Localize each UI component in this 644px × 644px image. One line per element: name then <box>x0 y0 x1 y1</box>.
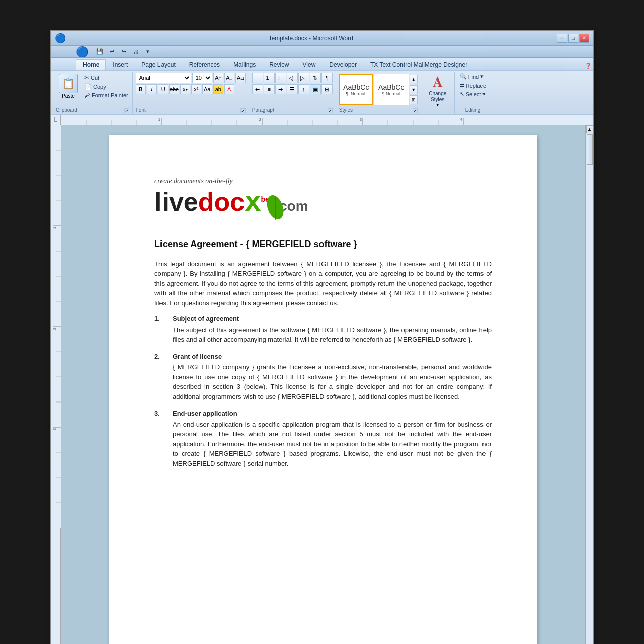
decrease-indent-button[interactable]: ◁≡ <box>287 73 298 83</box>
word-logo: 🔵 <box>76 46 89 58</box>
font-color-button[interactable]: A <box>224 84 234 94</box>
styles-more-button[interactable]: ⊞ <box>410 95 418 104</box>
align-right-button[interactable]: ➡ <box>275 84 286 94</box>
undo-quick-button[interactable]: ↩ <box>107 47 117 56</box>
print-quick-button[interactable]: 🖨 <box>131 47 141 56</box>
section-2-content: Grant of license { MERGEFIELD company } … <box>173 352 492 402</box>
section-1-body: The subject of this agreement is the sof… <box>173 325 492 345</box>
font-name-select[interactable]: Arial <box>136 73 191 83</box>
line-spacing-button[interactable]: ↕ <box>298 84 309 94</box>
font-size-select[interactable]: 10 <box>192 73 212 83</box>
cut-button[interactable]: ✂ Cut <box>83 74 129 82</box>
change-styles-content: 𝐀 ChangeStyles ▼ <box>424 73 451 112</box>
superscript-button[interactable]: x² <box>191 84 201 94</box>
increase-indent-button[interactable]: ▷≡ <box>298 73 309 83</box>
copy-icon: 📄 <box>84 83 92 90</box>
tab-page-layout[interactable]: Page Layout <box>135 59 182 70</box>
numbering-button[interactable]: 1≡ <box>264 73 275 83</box>
subscript-button[interactable]: x₂ <box>180 84 190 94</box>
clear-format-button[interactable]: Aa <box>235 73 246 83</box>
shading-button[interactable]: ▣ <box>310 84 321 94</box>
styles-expand-button[interactable]: ↗ <box>413 108 418 113</box>
scroll-up-button[interactable]: ▲ <box>586 125 593 133</box>
bullets-button[interactable]: ≡ <box>252 73 263 83</box>
replace-button[interactable]: ⇄ Replace <box>458 82 488 89</box>
styles-down-button[interactable]: ▼ <box>410 85 418 94</box>
tab-mailings[interactable]: Mailings <box>227 59 262 70</box>
bold-button[interactable]: B <box>136 84 146 94</box>
tab-insert[interactable]: Insert <box>106 59 134 70</box>
italic-button[interactable]: I <box>147 84 157 94</box>
cut-icon: ✂ <box>84 74 89 82</box>
section-3-content: End-user application An end-user applica… <box>173 409 492 468</box>
tab-view[interactable]: View <box>296 59 323 70</box>
paragraph-group: ≡ 1≡ ⋮≡ ◁≡ ▷≡ ⇅ ¶ ⬅ ≡ ➡ ☰ ↕ ▣ ⊞ <box>249 72 336 114</box>
tab-developer[interactable]: Developer <box>323 59 363 70</box>
copy-button[interactable]: 📄 Copy <box>83 83 129 91</box>
svg-text:1: 1 <box>158 117 161 122</box>
highlight-button[interactable]: ab <box>213 84 223 94</box>
style2-text: AaBbCc <box>378 83 404 91</box>
tab-review[interactable]: Review <box>263 59 295 70</box>
styles-arrow: ▲ ▼ ⊞ <box>410 74 418 105</box>
align-left-button[interactable]: ⬅ <box>252 84 263 94</box>
minimize-button[interactable]: ─ <box>557 34 567 43</box>
select-button[interactable]: ↖ Select ▾ <box>458 90 488 98</box>
styles-up-button[interactable]: ▲ <box>410 75 418 84</box>
multilevel-button[interactable]: ⋮≡ <box>275 73 286 83</box>
find-arrow: ▾ <box>480 73 484 80</box>
help-button[interactable]: ❓ <box>583 61 593 70</box>
tab-home[interactable]: Home <box>76 59 106 70</box>
paragraph-expand-button[interactable]: ↗ <box>328 108 333 113</box>
document-page: create documents on-the-fly livedocxbeta… <box>109 135 537 644</box>
ribbon-tabs: Home Insert Page Layout References Maili… <box>51 58 593 71</box>
strikethrough-button[interactable]: abc <box>169 84 179 94</box>
save-quick-button[interactable]: 💾 <box>95 47 105 56</box>
shrink-font-button[interactable]: A↓ <box>224 73 234 83</box>
section-1-number: 1. <box>154 314 165 345</box>
font-label: Font <box>136 106 146 113</box>
font-expand-button[interactable]: ↗ <box>240 108 246 113</box>
change-styles-arrow: ▼ <box>436 103 440 107</box>
logo-main-row: livedocxbeta.com <box>154 186 492 215</box>
svg-text:4: 4 <box>460 117 463 122</box>
section-3-title: End-user application <box>173 409 492 419</box>
title-bar: 🔵 template.docx - Microsoft Word ─ □ ✕ <box>51 31 593 46</box>
sort-button[interactable]: ⇅ <box>310 73 321 83</box>
paste-icon: 📋 <box>59 74 78 93</box>
underline-button[interactable]: U <box>158 84 168 94</box>
find-button[interactable]: 🔍 Find ▾ <box>458 73 486 80</box>
maximize-button[interactable]: □ <box>568 34 578 43</box>
select-arrow: ▾ <box>482 91 486 97</box>
format-painter-button[interactable]: 🖌 Format Painter <box>83 91 129 99</box>
editing-label: Editing <box>465 106 481 113</box>
tab-tx[interactable]: TX Text Control MailMerge Designer <box>364 59 474 70</box>
style-normal-button[interactable]: AaBbCc ¶ [Normal] <box>339 74 373 105</box>
show-marks-button[interactable]: ¶ <box>321 73 333 83</box>
grow-font-button[interactable]: A↑ <box>213 73 223 83</box>
style-normal2-button[interactable]: AaBbCc ¶ Normal <box>374 74 409 105</box>
vertical-scrollbar: ▲ ⊕ ⊖ ⊗ ▼ <box>585 125 593 644</box>
clipboard-expand-button[interactable]: ↗ <box>124 108 129 113</box>
font-content: Arial 10 A↑ A↓ Aa B I U abc x₂ x² Aa <box>136 73 246 106</box>
window-title: template.docx - Microsoft Word <box>66 35 557 42</box>
justify-button[interactable]: ☰ <box>287 84 298 94</box>
clipboard-group: 📋 Paste ✂ Cut 📄 Copy 🖌 <box>53 72 133 114</box>
redo-quick-button[interactable]: ↪ <box>119 47 129 56</box>
font-row1: Arial 10 A↑ A↓ Aa <box>136 73 246 83</box>
align-center-button[interactable]: ≡ <box>264 84 275 94</box>
scroll-thumb[interactable] <box>587 134 593 165</box>
paste-button[interactable]: 📋 Paste <box>56 73 81 100</box>
section-3-row: 3. End-user application An end-user appl… <box>154 409 492 468</box>
svg-text:3: 3 <box>52 428 57 430</box>
change-case-button[interactable]: Aa <box>202 84 212 94</box>
customize-quick-button[interactable]: ▾ <box>143 47 153 56</box>
paste-label: Paste <box>62 93 75 99</box>
change-styles-button[interactable]: 𝐀 ChangeStyles ▼ <box>424 73 451 108</box>
quick-access-toolbar: 🔵 💾 ↩ ↪ 🖨 ▾ <box>51 46 593 58</box>
close-button[interactable]: ✕ <box>579 34 589 43</box>
document-title: License Agreement - { MERGEFIELD softwar… <box>154 237 492 251</box>
borders-button[interactable]: ⊞ <box>321 84 333 94</box>
tab-references[interactable]: References <box>183 59 226 70</box>
copy-label: Copy <box>93 84 106 90</box>
